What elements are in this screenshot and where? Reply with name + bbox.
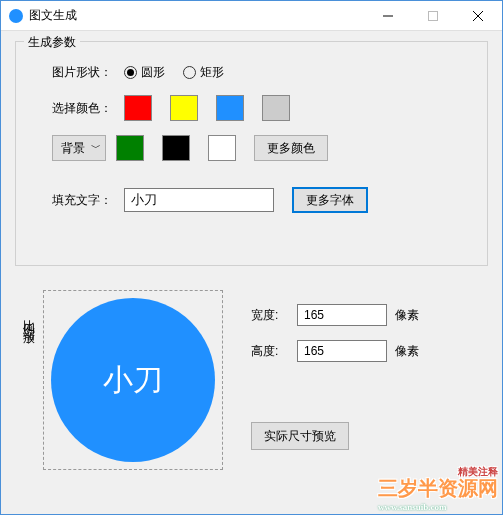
text-label: 填充文字： <box>52 192 124 209</box>
minimize-icon <box>383 11 393 21</box>
watermark-main: 三岁半资源网 <box>378 477 498 499</box>
titlebar: 图文生成 <box>1 1 502 31</box>
height-label: 高度: <box>251 343 297 360</box>
preview-box: 小刀 <box>43 290 223 470</box>
dimensions-panel: 宽度: 165 像素 高度: 165 像素 实际尺寸预览 <box>251 290 419 470</box>
bg-swatch-black[interactable] <box>162 135 190 161</box>
close-icon <box>473 11 483 21</box>
height-input[interactable]: 165 <box>297 340 387 362</box>
height-row: 高度: 165 像素 <box>251 340 419 362</box>
radio-icon <box>124 66 137 79</box>
swatch-blue[interactable] <box>216 95 244 121</box>
preview-circle: 小刀 <box>51 298 215 462</box>
params-group: 生成参数 图片形状： 圆形 矩形 选择颜色： <box>15 41 488 266</box>
watermark: 精美注释 三岁半资源网 www.sansuib.com <box>378 465 498 512</box>
height-unit: 像素 <box>395 343 419 360</box>
width-input[interactable]: 165 <box>297 304 387 326</box>
bg-swatch-white[interactable] <box>208 135 236 161</box>
radio-circle-label: 圆形 <box>141 64 165 81</box>
bg-row: 背景 ﹀ 更多颜色 <box>52 135 471 161</box>
radio-rect[interactable]: 矩形 <box>183 64 224 81</box>
client-area: 生成参数 图片形状： 圆形 矩形 选择颜色： <box>1 31 502 470</box>
maximize-icon <box>428 11 438 21</box>
more-colors-button[interactable]: 更多颜色 <box>254 135 328 161</box>
scale-label: 比例缩放 <box>19 290 37 470</box>
preview-text: 小刀 <box>103 360 163 401</box>
app-icon <box>9 9 23 23</box>
height-value: 165 <box>304 344 324 358</box>
actual-size-label: 实际尺寸预览 <box>264 428 336 445</box>
width-unit: 像素 <box>395 307 419 324</box>
width-value: 165 <box>304 308 324 322</box>
shape-label: 图片形状： <box>52 64 124 81</box>
swatch-yellow[interactable] <box>170 95 198 121</box>
more-fonts-label: 更多字体 <box>306 192 354 209</box>
width-label: 宽度: <box>251 307 297 324</box>
chevron-down-icon: ﹀ <box>91 141 101 155</box>
text-row: 填充文字： 小刀 更多字体 <box>52 187 471 213</box>
color-label: 选择颜色： <box>52 100 124 117</box>
bg-select-label: 背景 <box>61 140 85 157</box>
maximize-button[interactable] <box>410 2 455 30</box>
minimize-button[interactable] <box>365 2 410 30</box>
close-button[interactable] <box>455 2 500 30</box>
svg-rect-1 <box>428 11 437 20</box>
color-row: 选择颜色： <box>52 95 471 121</box>
more-fonts-button[interactable]: 更多字体 <box>292 187 368 213</box>
swatch-red[interactable] <box>124 95 152 121</box>
fill-text-value: 小刀 <box>131 191 157 209</box>
bg-select[interactable]: 背景 ﹀ <box>52 135 106 161</box>
actual-size-button[interactable]: 实际尺寸预览 <box>251 422 349 450</box>
shape-row: 图片形状： 圆形 矩形 <box>52 64 471 81</box>
fill-text-input[interactable]: 小刀 <box>124 188 274 212</box>
more-colors-label: 更多颜色 <box>267 140 315 157</box>
watermark-url: www.sansuib.com <box>378 502 498 512</box>
group-title: 生成参数 <box>24 34 80 51</box>
lower-area: 比例缩放 小刀 宽度: 165 像素 高度: 165 <box>15 290 488 470</box>
app-window: 图文生成 生成参数 图片形状： 圆形 矩形 <box>0 0 503 515</box>
window-title: 图文生成 <box>29 7 77 24</box>
width-row: 宽度: 165 像素 <box>251 304 419 326</box>
bg-swatch-green[interactable] <box>116 135 144 161</box>
radio-icon <box>183 66 196 79</box>
radio-rect-label: 矩形 <box>200 64 224 81</box>
swatch-gray[interactable] <box>262 95 290 121</box>
radio-circle[interactable]: 圆形 <box>124 64 165 81</box>
